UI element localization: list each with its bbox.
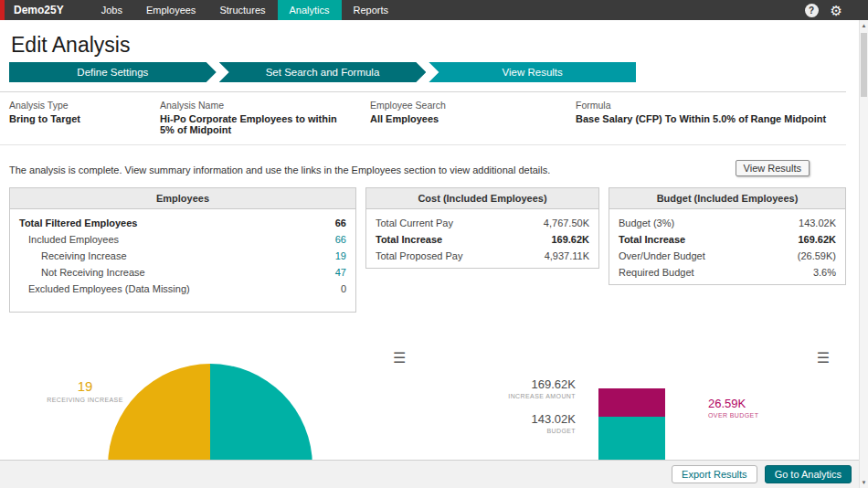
table-row: Required Budget 3.6%	[609, 264, 845, 281]
total-proposed-pay-value: 4,937.11K	[545, 250, 589, 261]
cost-panel-body: Total Current Pay 4,767.50K Total Increa…	[366, 209, 598, 268]
table-row: Total Current Pay 4,767.50K	[366, 215, 598, 231]
budget-total-increase-value: 169.62K	[798, 234, 836, 245]
over-budget-annotation: 26.59K OVER BUDGET	[708, 397, 809, 419]
row-label: Not Receiving Increase	[19, 267, 145, 278]
table-row: Total Filtered Employees 66	[10, 215, 355, 231]
top-navbar: Demo25Y Jobs Employees Structures Analyt…	[0, 0, 868, 20]
table-row: Receiving Increase 19	[10, 248, 355, 264]
table-row: Total Proposed Pay 4,937.11K	[366, 248, 598, 264]
employees-panel-body: Total Filtered Employees 66 Included Emp…	[10, 209, 355, 312]
vertical-scrollbar[interactable]: ▲ ▼	[859, 20, 868, 488]
total-current-pay-value: 4,767.50K	[544, 217, 589, 228]
table-row: Included Employees 66	[10, 231, 355, 248]
not-receiving-increase-link[interactable]: 47	[335, 267, 346, 278]
help-icon[interactable]: ?	[805, 4, 819, 17]
go-to-analytics-button[interactable]: Go to Analytics	[765, 465, 852, 483]
analysis-summary: Analysis Type Bring to Target Analysis N…	[0, 91, 846, 145]
navbar-right-actions: ? ⚙	[805, 0, 868, 20]
nav-item-jobs[interactable]: Jobs	[90, 0, 134, 20]
row-label: Budget (3%)	[619, 217, 674, 228]
cost-panel-header: Cost (Included Employees)	[366, 188, 598, 209]
summary-field-analysis-name: Analysis Name Hi-Po Corporate Employees …	[160, 100, 370, 135]
export-results-button[interactable]: Export Results	[672, 465, 757, 483]
over-budget-bar-segment[interactable]	[598, 388, 665, 417]
bar-chart-menu-icon[interactable]: ☰	[817, 351, 830, 366]
table-row: Not Receiving Increase 47	[10, 264, 355, 281]
budget-panel: Budget (Included Employees) Budget (3%) …	[609, 187, 846, 285]
excluded-employees-value: 0	[341, 283, 346, 294]
employees-panel-header: Employees	[10, 188, 355, 209]
footer-bar: Export Results Go to Analytics	[0, 460, 859, 488]
summary-field-value: Hi-Po Corporate Employees to within 5% o…	[160, 113, 347, 135]
view-results-button[interactable]: View Results	[736, 160, 810, 176]
pie-chart-menu-icon[interactable]: ☰	[393, 351, 406, 366]
wizard-steps: Define Settings Set Search and Formula V…	[9, 62, 636, 82]
increase-amount-annotation: 169.62K INCREASE AMOUNT	[475, 377, 576, 399]
row-label: Total Increase	[376, 234, 442, 245]
summary-field-label: Employee Search	[370, 100, 566, 111]
row-label: Over/Under Budget	[619, 250, 705, 261]
pie-callout: 19 RECEIVING INCREASE	[35, 378, 135, 403]
summary-field-analysis-type: Analysis Type Bring to Target	[9, 100, 160, 135]
page-title: Edit Analysis	[11, 33, 130, 58]
budget-value: 143.02K	[799, 217, 836, 228]
total-increase-value: 169.62K	[551, 234, 589, 245]
budget-panel-header: Budget (Included Employees)	[609, 188, 845, 209]
status-message: The analysis is complete. View summary i…	[9, 164, 550, 175]
nav-item-structures[interactable]: Structures	[207, 0, 277, 20]
scroll-up-icon[interactable]: ▲	[860, 23, 868, 28]
summary-field-employee-search: Employee Search All Employees	[370, 100, 576, 135]
over-under-budget-value: (26.59K)	[798, 250, 836, 261]
wizard-step-view-results[interactable]: View Results	[429, 62, 636, 82]
summary-field-label: Formula	[576, 100, 837, 111]
pie-callout-label: RECEIVING INCREASE	[35, 397, 135, 403]
nav-item-employees[interactable]: Employees	[134, 0, 207, 20]
results-panels: Employees Total Filtered Employees 66 In…	[9, 187, 846, 313]
table-row: Budget (3%) 143.02K	[609, 215, 845, 231]
summary-field-value: Bring to Target	[9, 113, 151, 124]
included-employees-link[interactable]: 66	[335, 234, 346, 245]
app-brand[interactable]: Demo25Y	[5, 0, 73, 20]
table-row: Excluded Employees (Data Missing) 0	[10, 281, 355, 297]
row-label: Total Increase	[619, 234, 685, 245]
budget-annotation-value: 143.02K	[475, 412, 576, 426]
row-label: Total Proposed Pay	[376, 250, 462, 261]
increase-amount-label: INCREASE AMOUNT	[475, 393, 576, 399]
nav-item-reports[interactable]: Reports	[342, 0, 401, 20]
table-row: Over/Under Budget (26.59K)	[609, 248, 845, 264]
main-nav: Jobs Employees Structures Analytics Repo…	[90, 0, 400, 20]
table-row: Total Increase 169.62K	[366, 231, 598, 248]
summary-field-value: Base Salary (CFP) To Within 5.0% of Rang…	[576, 113, 837, 124]
budget-annotation: 143.02K BUDGET	[475, 412, 576, 434]
summary-field-label: Analysis Type	[9, 100, 151, 111]
increase-amount-value: 169.62K	[475, 377, 576, 391]
row-label: Receiving Increase	[19, 250, 127, 261]
employees-panel: Employees Total Filtered Employees 66 In…	[9, 187, 356, 313]
budget-annotation-label: BUDGET	[475, 428, 576, 434]
total-filtered-employees-value: 66	[335, 217, 346, 228]
row-label: Total Current Pay	[376, 217, 453, 228]
budget-panel-body: Budget (3%) 143.02K Total Increase 169.6…	[609, 209, 845, 284]
row-label: Included Employees	[19, 234, 119, 245]
row-label: Excluded Employees (Data Missing)	[19, 283, 190, 294]
summary-field-formula: Formula Base Salary (CFP) To Within 5.0%…	[576, 100, 846, 135]
over-budget-value: 26.59K	[708, 397, 809, 410]
summary-field-label: Analysis Name	[160, 100, 361, 111]
nav-item-analytics[interactable]: Analytics	[278, 0, 342, 20]
summary-field-value: All Employees	[370, 113, 566, 124]
pie-callout-value: 19	[35, 378, 135, 394]
table-row: Total Increase 169.62K	[609, 231, 845, 248]
gear-icon[interactable]: ⚙	[831, 4, 842, 17]
row-label: Total Filtered Employees	[19, 217, 137, 228]
required-budget-value: 3.6%	[813, 267, 836, 278]
wizard-step-set-search-and-formula[interactable]: Set Search and Formula	[219, 62, 427, 82]
cost-panel: Cost (Included Employees) Total Current …	[365, 187, 599, 269]
row-label: Required Budget	[619, 267, 694, 278]
scrollbar-thumb[interactable]	[861, 33, 867, 97]
wizard-step-define-settings[interactable]: Define Settings	[9, 62, 217, 82]
receiving-increase-link[interactable]: 19	[335, 250, 346, 261]
over-budget-label: OVER BUDGET	[708, 412, 809, 419]
scroll-down-icon[interactable]: ▼	[860, 480, 868, 485]
